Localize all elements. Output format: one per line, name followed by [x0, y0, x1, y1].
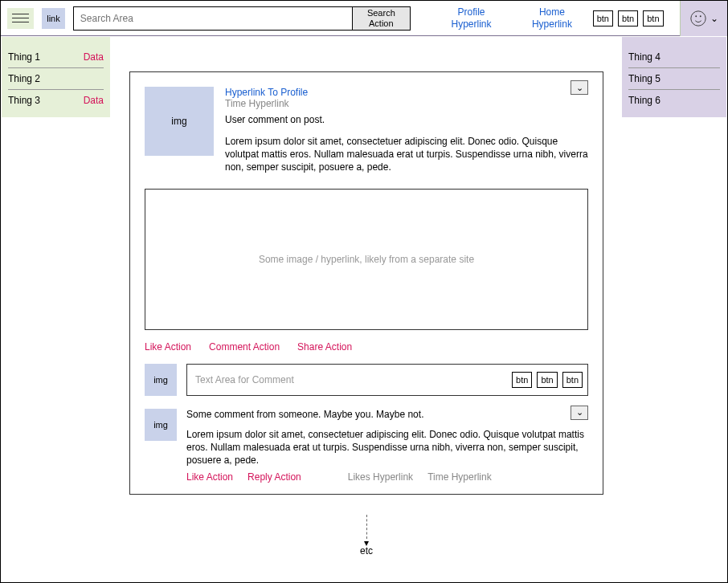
- sidebar-label: Thing 2: [8, 73, 40, 84]
- profile-menu[interactable]: ⌄: [680, 1, 727, 36]
- post-avatar[interactable]: img: [145, 87, 214, 156]
- reply-body: Some comment from someone. Maybe you. Ma…: [186, 409, 588, 483]
- comment-input[interactable]: [195, 374, 507, 385]
- sidebar-label: Thing 4: [628, 51, 661, 63]
- reply-lorem-text: Lorem ipsum dolor sit amet, consectetuer…: [186, 428, 588, 467]
- reply-avatar: img: [145, 409, 177, 441]
- reply-likes-link[interactable]: Likes Hyperlink: [348, 471, 413, 483]
- post-time-link[interactable]: Time Hyperlink: [225, 98, 588, 109]
- search-button[interactable]: Search Action: [352, 7, 410, 30]
- comment-avatar: img: [145, 364, 177, 396]
- comment-btn-3[interactable]: btn: [562, 372, 583, 388]
- header-button-group: btn btn btn: [593, 10, 664, 26]
- right-sidebar-item[interactable]: Thing 4: [628, 47, 720, 68]
- post-card: img Hyperlink To Profile Time Hyperlink …: [129, 71, 603, 495]
- profile-link[interactable]: Hyperlink To Profile: [225, 87, 588, 98]
- profile-hyperlink[interactable]: Profile Hyperlink: [438, 6, 505, 30]
- search-input[interactable]: [74, 7, 352, 30]
- chevron-down-icon: ⌄: [576, 83, 583, 93]
- top-bar: link Search Action Profile Hyperlink Hom…: [1, 1, 727, 36]
- post-body: Hyperlink To Profile Time Hyperlink User…: [225, 87, 588, 174]
- sidebar-label: Thing 5: [628, 73, 661, 84]
- search-bar: Search Action: [73, 6, 411, 31]
- dashed-line-icon: [366, 515, 366, 539]
- comment-action[interactable]: Comment Action: [209, 341, 280, 353]
- sidebar-label: Thing 1: [8, 51, 40, 63]
- post-embed-area[interactable]: Some image / hyperlink, likely from a se…: [145, 189, 588, 330]
- header-btn-3[interactable]: btn: [643, 10, 663, 26]
- svg-point-1: [695, 15, 697, 17]
- comment-btn-2[interactable]: btn: [537, 372, 557, 388]
- chevron-down-icon: ⌄: [576, 407, 583, 418]
- svg-point-0: [691, 10, 706, 25]
- reply-intro-text: Some comment from someone. Maybe you. Ma…: [186, 409, 588, 420]
- post-options-dropdown[interactable]: ⌄: [571, 80, 588, 95]
- reply-options-dropdown[interactable]: ⌄: [571, 406, 588, 420]
- post-actions: Like Action Comment Action Share Action: [145, 341, 588, 353]
- right-sidebar-item[interactable]: Thing 5: [628, 68, 720, 90]
- comment-btn-1[interactable]: btn: [512, 372, 532, 388]
- etc-indicator: ▾ etc: [360, 515, 373, 556]
- post-lorem-text: Lorem ipsum dolor sit amet, consectetuer…: [225, 135, 588, 174]
- comment-input-wrap: btn btn btn: [186, 364, 588, 396]
- reply-actions: Like Action Reply Action Likes Hyperlink…: [186, 471, 588, 483]
- post-comment-text: User comment on post.: [225, 114, 588, 125]
- svg-point-2: [700, 15, 701, 17]
- right-sidebar-item[interactable]: Thing 6: [628, 90, 720, 111]
- sidebar-data: Data: [84, 95, 104, 106]
- etc-label: etc: [360, 545, 373, 556]
- left-sidebar-item[interactable]: Thing 1 Data: [8, 47, 104, 68]
- sidebar-label: Thing 3: [8, 95, 40, 106]
- reply-like-action[interactable]: Like Action: [186, 471, 233, 483]
- home-hyperlink[interactable]: Home Hyperlink: [519, 6, 584, 30]
- comment-bar: img btn btn btn: [145, 364, 588, 396]
- reply-time-link[interactable]: Time Hyperlink: [427, 471, 492, 483]
- left-sidebar-item[interactable]: Thing 2: [8, 68, 104, 90]
- like-action[interactable]: Like Action: [145, 341, 191, 353]
- header-btn-1[interactable]: btn: [593, 10, 613, 26]
- link-box[interactable]: link: [42, 8, 65, 29]
- post-header-row: img Hyperlink To Profile Time Hyperlink …: [145, 87, 588, 174]
- header-btn-2[interactable]: btn: [618, 10, 638, 26]
- left-sidebar-item[interactable]: Thing 3 Data: [8, 90, 104, 111]
- share-action[interactable]: Share Action: [297, 341, 352, 353]
- nav-links: Profile Hyperlink Home Hyperlink: [438, 6, 585, 30]
- left-sidebar: Thing 1 Data Thing 2 Thing 3 Data: [2, 37, 110, 117]
- sidebar-data: Data: [84, 51, 104, 63]
- right-sidebar: Thing 4 Thing 5 Thing 6: [622, 37, 726, 117]
- smiley-face-icon: [689, 10, 707, 27]
- sidebar-label: Thing 6: [628, 95, 661, 106]
- hamburger-menu-icon[interactable]: [7, 8, 34, 29]
- chevron-down-icon: ⌄: [710, 13, 718, 24]
- reply-reply-action[interactable]: Reply Action: [247, 471, 301, 483]
- reply-row: img Some comment from someone. Maybe you…: [145, 409, 588, 483]
